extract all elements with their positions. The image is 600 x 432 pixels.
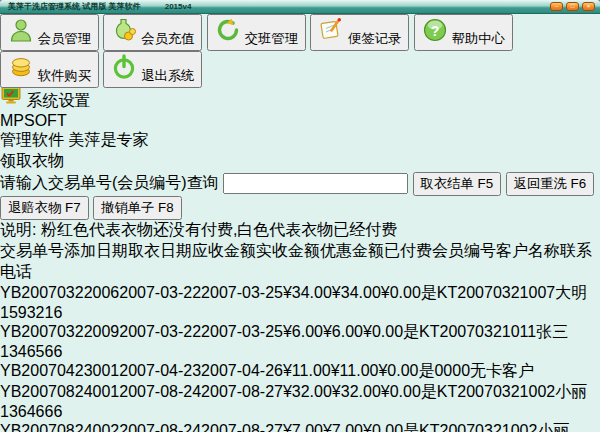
toolbar-label: 交班管理 [245,31,298,46]
table-cell: 大明 [555,284,587,301]
table-cell: ¥0.00 [378,362,418,379]
search-label: 请输入交易单号(会员编号)查询 [0,174,219,191]
cancel-order-button[interactable]: 撤销单子 F8 [93,196,182,220]
table-cell: 小丽 [555,383,587,400]
rewash-button[interactable]: 返回重洗 F6 [506,172,595,196]
member-recharge-button[interactable]: 会员充值 [103,14,202,51]
table-cell: YB20070824002 [0,422,119,432]
table-cell: 2007-08-24 [119,422,201,432]
close-button[interactable]: × [582,2,595,11]
power-icon [111,68,141,83]
color-legend: 说明: 粉红色代表衣物还没有付费,白色代表衣物已经付费 [0,220,600,241]
help-center-button[interactable]: ? 帮助中心 [414,14,513,51]
page-collect-clothes: 领取衣物 请输入交易单号(会员编号)查询 取衣结单 F5 返回重洗 F6 退赔衣… [0,151,600,432]
table-cell: ¥0.00 [381,383,421,400]
orders-table-header: 交易单号添加日期取衣日期应收金额实收金额优惠金额已付费会员编号客户名称联系电话 [0,241,600,283]
table-cell: 2007-04-23 [119,362,201,379]
app-title: 美萍干洗店管理系统 试用版 美萍软件 [8,2,140,11]
window-title: 美萍干洗店管理系统 试用版 美萍软件 2015v4 [8,0,191,14]
help-icon: ? [422,31,452,46]
column-header[interactable]: 应收金额 [192,242,256,259]
table-cell: YB20070322006 [0,284,119,301]
toolbar-label: 帮助中心 [452,31,505,46]
logo-soft: SOFT [24,112,67,129]
app-version: 2015v4 [165,2,192,11]
table-cell: 小丽 [537,422,569,432]
logo-mp: MP [0,112,24,129]
sidebar-item-label: 系统设置 [26,92,90,109]
table-cell: ¥7.00 [323,422,363,432]
member-icon [8,31,38,46]
table-cell: 2007-03-25 [201,323,283,340]
table-cell: YB20070322009 [0,323,119,340]
tab-collect-clothes[interactable]: 领取衣物 [0,151,600,172]
search-row: 请输入交易单号(会员编号)查询 取衣结单 F5 返回重洗 F6 退赔衣物 F7 … [0,172,600,220]
table-cell: ¥34.00 [283,284,332,301]
column-header[interactable]: 优惠金额 [320,242,384,259]
member-management-button[interactable]: 会员管理 [0,14,99,51]
column-header[interactable]: 会员编号 [432,242,496,259]
table-row[interactable]: YB200708240012007-08-242007-08-27¥32.00¥… [0,382,600,421]
notes-icon [318,31,348,46]
table-cell: 2007-03-22 [119,284,201,301]
shift-management-button[interactable]: 交班管理 [207,14,306,51]
minimize-button[interactable]: – [550,2,563,11]
table-cell: ¥7.00 [283,422,323,432]
sidebar-item-system-settings[interactable]: 系统设置 [0,84,600,112]
exit-system-button[interactable]: 退出系统 [103,51,202,88]
order-search-input[interactable] [223,173,408,194]
toolbar-label: 退出系统 [141,68,194,83]
table-row[interactable]: YB200703220062007-03-222007-03-25¥34.00¥… [0,283,600,322]
toolbar-label: 软件购买 [38,68,91,83]
table-cell: KT20070321002 [419,422,537,432]
table-cell: ¥6.00 [323,323,363,340]
table-cell: 0000 [434,362,470,379]
table-cell: 2007-08-27 [201,422,283,432]
settle-pickup-button[interactable]: 取衣结单 F5 [413,172,502,196]
mpsoft-logo: MPSOFT 管理软件 美萍是专家 [0,112,600,151]
table-cell: ¥32.00 [332,383,381,400]
table-cell: KT20070321011 [419,323,536,340]
table-cell: ¥34.00 [332,284,381,301]
return-compensate-button[interactable]: 退赔衣物 F7 [0,196,89,220]
table-cell: 是 [403,323,419,340]
table-cell: 2007-08-24 [119,383,201,400]
table-cell: ¥0.00 [381,284,421,301]
titlebar: 美萍干洗店管理系统 试用版 美萍软件 2015v4 – □ × [0,0,600,14]
table-cell: YB20070824001 [0,383,119,400]
toolbar-label: 便签记录 [348,31,401,46]
table-cell: ¥0.00 [363,422,403,432]
table-cell: 2007-03-22 [119,323,201,340]
table-cell: ¥32.00 [283,383,332,400]
window-controls: – □ × [550,2,595,11]
column-header[interactable]: 添加日期 [64,242,128,259]
recharge-icon [111,31,141,46]
column-header[interactable]: 实收金额 [256,242,320,259]
software-purchase-button[interactable]: 软件购买 [0,51,99,88]
notes-record-button[interactable]: 便签记录 [310,14,409,51]
orders-table-body: YB200703220062007-03-222007-03-25¥34.00¥… [0,283,600,432]
table-row[interactable]: YB200704230012007-04-232007-04-26¥11.00¥… [0,361,600,382]
table-cell: 1346566 [0,343,62,360]
table-cell: 是 [421,284,437,301]
purchase-icon [8,68,38,83]
table-cell: ¥0.00 [363,323,403,340]
table-cell: 张三 [536,323,568,340]
table-cell: YB20070423001 [0,362,119,379]
main-toolbar: 会员管理 会员充值 交班管理 便签记录 ? 帮助中心 [0,14,600,62]
logo-tagline: 管理软件 美萍是专家 [0,130,600,151]
table-cell: 2007-08-27 [201,383,283,400]
shift-icon [215,31,245,46]
table-cell: ¥11.00 [283,362,331,379]
table-row[interactable]: YB200708240022007-08-242007-08-27¥7.00¥7… [0,421,600,432]
column-header[interactable]: 客户名称 [496,242,560,259]
column-header[interactable]: 取衣日期 [128,242,192,259]
table-cell: 1593216 [0,304,62,321]
table-row[interactable]: YB200703220092007-03-222007-03-25¥6.00¥6… [0,322,600,361]
maximize-button[interactable]: □ [566,2,579,11]
table-cell: 无卡客户 [470,362,534,379]
settings-monitor-icon [0,92,26,109]
table-cell: ¥11.00 [331,362,379,379]
column-header[interactable]: 已付费 [384,242,432,259]
column-header[interactable]: 交易单号 [0,242,64,259]
